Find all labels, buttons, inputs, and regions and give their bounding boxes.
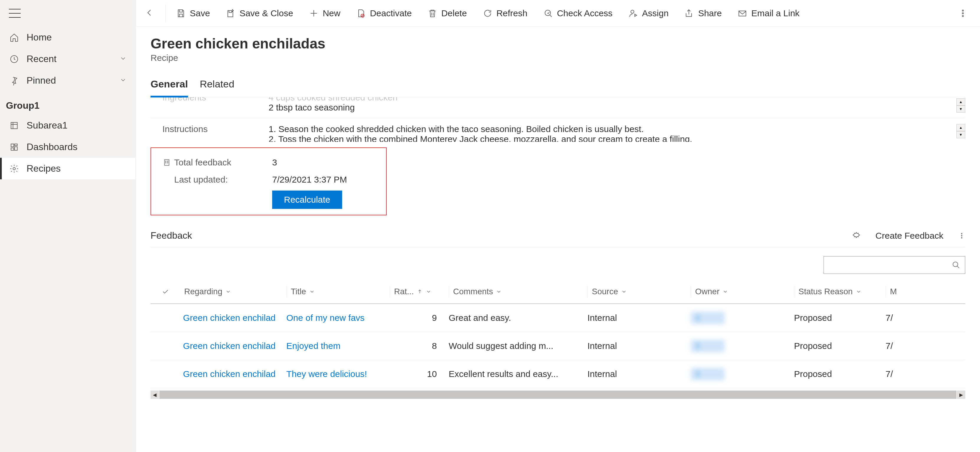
status-cell: Proposed bbox=[794, 369, 886, 379]
feedback-section-header: Feedback Create Feedback bbox=[151, 230, 965, 247]
title-link[interactable]: Enjoyed them bbox=[286, 341, 340, 351]
nav-recent[interactable]: Recent bbox=[0, 48, 135, 70]
save-close-button[interactable]: Save & Close bbox=[219, 5, 300, 21]
record-subtitle: Recipe bbox=[151, 53, 965, 63]
dashboard-icon bbox=[9, 142, 19, 152]
nav-home[interactable]: Home bbox=[0, 27, 135, 48]
nav-dashboards[interactable]: Dashboards bbox=[0, 136, 135, 158]
source-cell: Internal bbox=[587, 341, 691, 351]
nav-subarea1-label: Subarea1 bbox=[27, 120, 68, 131]
instructions-label: Instructions bbox=[151, 124, 269, 134]
main-content: Save Save & Close New Deactivate Delete … bbox=[136, 0, 980, 452]
svg-point-8 bbox=[962, 13, 964, 14]
status-cell: Proposed bbox=[794, 313, 886, 323]
delete-button[interactable]: Delete bbox=[421, 5, 474, 21]
form-body: Ingredients 4 cups cooked shredded chick… bbox=[136, 97, 980, 452]
feedback-more-button[interactable] bbox=[958, 232, 965, 239]
svg-point-2 bbox=[13, 168, 15, 170]
check-access-button[interactable]: Check Access bbox=[537, 5, 619, 21]
rating-cell: 9 bbox=[390, 313, 449, 323]
new-button[interactable]: New bbox=[302, 5, 347, 21]
assign-button[interactable]: Assign bbox=[622, 5, 675, 21]
comments-cell: Would suggest adding m... bbox=[449, 341, 587, 351]
svg-point-18 bbox=[953, 262, 958, 267]
instructions-value[interactable]: 1. Season the cooked shredded chicken wi… bbox=[269, 124, 965, 142]
svg-point-15 bbox=[961, 233, 962, 234]
col-owner[interactable]: Owner bbox=[691, 286, 794, 297]
source-cell: Internal bbox=[587, 369, 691, 379]
nav-recipes-label: Recipes bbox=[27, 163, 61, 174]
regarding-link[interactable]: Green chicken enchilad bbox=[183, 369, 276, 379]
section-settings-button[interactable] bbox=[852, 231, 861, 240]
ingredients-value[interactable]: 4 cups cooked shredded chicken 2 tbsp ta… bbox=[269, 98, 965, 113]
nav-subarea1[interactable]: Subarea1 bbox=[0, 115, 135, 136]
group-label: Group1 bbox=[0, 91, 135, 115]
chevron-down-icon bbox=[119, 75, 127, 86]
pin-icon bbox=[9, 75, 19, 86]
last-updated-value: 7/29/2021 3:37 PM bbox=[272, 175, 347, 185]
svg-point-7 bbox=[962, 10, 964, 11]
record-header: Green chicken enchiladas Recipe General … bbox=[136, 27, 980, 97]
create-feedback-button[interactable]: Create Feedback bbox=[875, 231, 943, 241]
owner-cell: I bbox=[691, 368, 725, 380]
nav-dashboards-label: Dashboards bbox=[27, 142, 78, 152]
source-cell: Internal bbox=[587, 313, 691, 323]
back-button[interactable] bbox=[142, 5, 161, 21]
ingredients-scroll[interactable]: ▲▼ bbox=[956, 98, 965, 113]
ingredients-label: Ingredients bbox=[151, 97, 269, 102]
field-ingredients: Ingredients 4 cups cooked shredded chick… bbox=[151, 97, 965, 118]
owner-cell: I bbox=[691, 311, 725, 324]
home-icon bbox=[9, 32, 19, 43]
share-button[interactable]: Share bbox=[678, 5, 728, 21]
deactivate-button[interactable]: Deactivate bbox=[350, 5, 418, 21]
col-source[interactable]: Source bbox=[587, 286, 691, 297]
hamburger-button[interactable] bbox=[0, 6, 135, 27]
command-bar: Save Save & Close New Deactivate Delete … bbox=[136, 0, 980, 27]
regarding-link[interactable]: Green chicken enchilad bbox=[183, 341, 276, 351]
table-row[interactable]: Green chicken enchilad They were delicio… bbox=[151, 360, 965, 388]
title-link[interactable]: One of my new favs bbox=[286, 313, 364, 323]
hamburger-icon bbox=[9, 9, 21, 18]
feedback-search-input[interactable] bbox=[829, 260, 952, 270]
email-link-button[interactable]: Email a Link bbox=[731, 5, 806, 21]
col-modified[interactable]: M bbox=[886, 286, 906, 297]
col-status[interactable]: Status Reason bbox=[794, 286, 886, 297]
comments-cell: Great and easy. bbox=[449, 313, 587, 323]
last-updated-label: Last updated: bbox=[163, 175, 272, 185]
title-link[interactable]: They were delicious! bbox=[286, 369, 367, 379]
modified-cell: 7/ bbox=[886, 341, 906, 351]
search-icon bbox=[952, 261, 960, 269]
recalculate-button[interactable]: Recalculate bbox=[272, 190, 342, 209]
sidebar: Home Recent Pinned Group1 Subarea1 Dashb… bbox=[0, 0, 136, 452]
tab-related[interactable]: Related bbox=[200, 75, 234, 97]
save-button[interactable]: Save bbox=[170, 5, 216, 21]
svg-point-12 bbox=[167, 161, 168, 161]
nav-pinned[interactable]: Pinned bbox=[0, 70, 135, 91]
feedback-search[interactable] bbox=[824, 256, 965, 274]
grid-horizontal-scrollbar[interactable]: ◀▶ bbox=[151, 391, 965, 399]
tabs: General Related bbox=[151, 75, 965, 97]
total-feedback-value: 3 bbox=[272, 158, 277, 168]
instructions-scroll[interactable]: ▲▼ bbox=[956, 124, 965, 138]
regarding-link[interactable]: Green chicken enchilad bbox=[183, 313, 276, 323]
svg-rect-6 bbox=[739, 11, 746, 16]
nav-recent-label: Recent bbox=[27, 53, 56, 64]
clock-icon bbox=[9, 54, 19, 64]
nav-pinned-label: Pinned bbox=[27, 75, 56, 86]
more-commands-button[interactable] bbox=[952, 6, 974, 21]
feedback-grid: Regarding Title Rat... Comments Source O… bbox=[151, 280, 965, 399]
gear-icon bbox=[9, 163, 19, 174]
col-title[interactable]: Title bbox=[286, 286, 390, 297]
modified-cell: 7/ bbox=[886, 369, 906, 379]
svg-point-16 bbox=[961, 235, 962, 236]
select-all-icon[interactable] bbox=[161, 288, 169, 295]
col-regarding[interactable]: Regarding bbox=[180, 286, 286, 297]
col-rating[interactable]: Rat... bbox=[390, 286, 449, 297]
table-row[interactable]: Green chicken enchilad One of my new fav… bbox=[151, 304, 965, 332]
col-comments[interactable]: Comments bbox=[449, 286, 587, 297]
table-row[interactable]: Green chicken enchilad Enjoyed them 8 Wo… bbox=[151, 332, 965, 360]
tab-general[interactable]: General bbox=[151, 75, 188, 97]
owner-cell: I bbox=[691, 340, 725, 352]
refresh-button[interactable]: Refresh bbox=[476, 5, 534, 21]
nav-recipes[interactable]: Recipes bbox=[0, 158, 135, 179]
